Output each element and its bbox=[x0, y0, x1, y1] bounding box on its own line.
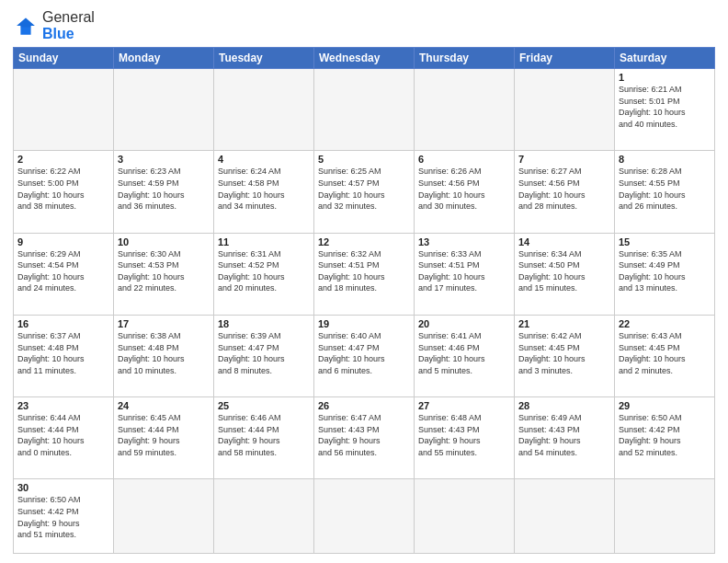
logo-text: General Blue bbox=[42, 9, 95, 41]
calendar-cell bbox=[515, 69, 615, 151]
day-info: Sunrise: 6:31 AM Sunset: 4:52 PM Dayligh… bbox=[218, 248, 310, 294]
day-info: Sunrise: 6:45 AM Sunset: 4:44 PM Dayligh… bbox=[118, 412, 210, 458]
day-number: 1 bbox=[619, 72, 711, 83]
calendar-week-2: 2Sunrise: 6:22 AM Sunset: 5:00 PM Daylig… bbox=[14, 151, 715, 233]
calendar-cell: 9Sunrise: 6:29 AM Sunset: 4:54 PM Daylig… bbox=[14, 233, 114, 315]
weekday-header-sunday: Sunday bbox=[14, 48, 114, 69]
day-info: Sunrise: 6:23 AM Sunset: 4:59 PM Dayligh… bbox=[118, 166, 210, 212]
day-info: Sunrise: 6:46 AM Sunset: 4:44 PM Dayligh… bbox=[218, 412, 310, 458]
calendar-cell bbox=[515, 479, 615, 554]
calendar-cell: 28Sunrise: 6:49 AM Sunset: 4:43 PM Dayli… bbox=[515, 397, 615, 479]
day-number: 28 bbox=[518, 400, 610, 411]
calendar-cell: 26Sunrise: 6:47 AM Sunset: 4:43 PM Dayli… bbox=[314, 397, 415, 479]
day-number: 7 bbox=[518, 154, 610, 165]
day-number: 21 bbox=[518, 318, 610, 329]
day-info: Sunrise: 6:26 AM Sunset: 4:56 PM Dayligh… bbox=[418, 166, 510, 212]
calendar-cell: 15Sunrise: 6:35 AM Sunset: 4:49 PM Dayli… bbox=[615, 233, 715, 315]
day-number: 29 bbox=[619, 400, 711, 411]
day-number: 19 bbox=[318, 318, 410, 329]
day-number: 4 bbox=[218, 154, 310, 165]
day-info: Sunrise: 6:25 AM Sunset: 4:57 PM Dayligh… bbox=[318, 166, 410, 212]
calendar-cell: 8Sunrise: 6:28 AM Sunset: 4:55 PM Daylig… bbox=[615, 151, 715, 233]
day-number: 23 bbox=[17, 400, 109, 411]
weekday-header-saturday: Saturday bbox=[615, 48, 715, 69]
calendar-week-6: 30Sunrise: 6:50 AM Sunset: 4:42 PM Dayli… bbox=[14, 479, 715, 554]
calendar-cell: 21Sunrise: 6:42 AM Sunset: 4:45 PM Dayli… bbox=[515, 315, 615, 396]
day-info: Sunrise: 6:49 AM Sunset: 4:43 PM Dayligh… bbox=[518, 412, 610, 458]
calendar-week-1: 1Sunrise: 6:21 AM Sunset: 5:01 PM Daylig… bbox=[14, 69, 715, 151]
day-info: Sunrise: 6:35 AM Sunset: 4:49 PM Dayligh… bbox=[619, 248, 711, 294]
day-number: 6 bbox=[418, 154, 510, 165]
day-info: Sunrise: 6:34 AM Sunset: 4:50 PM Dayligh… bbox=[518, 248, 610, 294]
day-info: Sunrise: 6:38 AM Sunset: 4:48 PM Dayligh… bbox=[118, 330, 210, 376]
weekday-header-tuesday: Tuesday bbox=[214, 48, 314, 69]
day-number: 12 bbox=[318, 236, 410, 247]
generalblue-icon bbox=[13, 13, 39, 39]
calendar-cell: 27Sunrise: 6:48 AM Sunset: 4:43 PM Dayli… bbox=[415, 397, 515, 479]
logo: General Blue bbox=[13, 9, 95, 41]
calendar-cell: 1Sunrise: 6:21 AM Sunset: 5:01 PM Daylig… bbox=[615, 69, 715, 151]
calendar-cell: 3Sunrise: 6:23 AM Sunset: 4:59 PM Daylig… bbox=[114, 151, 214, 233]
day-info: Sunrise: 6:50 AM Sunset: 4:42 PM Dayligh… bbox=[619, 412, 711, 458]
calendar-cell: 23Sunrise: 6:44 AM Sunset: 4:44 PM Dayli… bbox=[14, 397, 114, 479]
calendar-cell: 29Sunrise: 6:50 AM Sunset: 4:42 PM Dayli… bbox=[615, 397, 715, 479]
day-number: 15 bbox=[619, 236, 711, 247]
calendar-cell: 16Sunrise: 6:37 AM Sunset: 4:48 PM Dayli… bbox=[14, 315, 114, 396]
calendar-week-4: 16Sunrise: 6:37 AM Sunset: 4:48 PM Dayli… bbox=[14, 315, 715, 396]
day-info: Sunrise: 6:42 AM Sunset: 4:45 PM Dayligh… bbox=[518, 330, 610, 376]
day-info: Sunrise: 6:21 AM Sunset: 5:01 PM Dayligh… bbox=[619, 84, 711, 130]
day-number: 13 bbox=[418, 236, 510, 247]
day-info: Sunrise: 6:29 AM Sunset: 4:54 PM Dayligh… bbox=[17, 248, 109, 294]
calendar-cell bbox=[415, 479, 515, 554]
day-info: Sunrise: 6:41 AM Sunset: 4:46 PM Dayligh… bbox=[418, 330, 510, 376]
weekday-header-thursday: Thursday bbox=[415, 48, 515, 69]
day-number: 3 bbox=[118, 154, 210, 165]
calendar-cell: 19Sunrise: 6:40 AM Sunset: 4:47 PM Dayli… bbox=[314, 315, 415, 396]
calendar-cell bbox=[314, 69, 415, 151]
day-info: Sunrise: 6:28 AM Sunset: 4:55 PM Dayligh… bbox=[619, 166, 711, 212]
day-info: Sunrise: 6:47 AM Sunset: 4:43 PM Dayligh… bbox=[318, 412, 410, 458]
calendar-cell: 22Sunrise: 6:43 AM Sunset: 4:45 PM Dayli… bbox=[615, 315, 715, 396]
calendar-cell: 6Sunrise: 6:26 AM Sunset: 4:56 PM Daylig… bbox=[415, 151, 515, 233]
weekday-header-friday: Friday bbox=[515, 48, 615, 69]
calendar-cell: 12Sunrise: 6:32 AM Sunset: 4:51 PM Dayli… bbox=[314, 233, 415, 315]
day-info: Sunrise: 6:30 AM Sunset: 4:53 PM Dayligh… bbox=[118, 248, 210, 294]
calendar-cell: 4Sunrise: 6:24 AM Sunset: 4:58 PM Daylig… bbox=[214, 151, 314, 233]
calendar-table: SundayMondayTuesdayWednesdayThursdayFrid… bbox=[13, 47, 715, 554]
day-info: Sunrise: 6:43 AM Sunset: 4:45 PM Dayligh… bbox=[619, 330, 711, 376]
day-number: 11 bbox=[218, 236, 310, 247]
day-number: 10 bbox=[118, 236, 210, 247]
day-info: Sunrise: 6:33 AM Sunset: 4:51 PM Dayligh… bbox=[418, 248, 510, 294]
calendar-cell bbox=[214, 479, 314, 554]
day-number: 25 bbox=[218, 400, 310, 411]
day-number: 30 bbox=[17, 482, 109, 493]
day-number: 16 bbox=[17, 318, 109, 329]
header: General Blue bbox=[13, 9, 715, 41]
calendar-week-5: 23Sunrise: 6:44 AM Sunset: 4:44 PM Dayli… bbox=[14, 397, 715, 479]
day-number: 22 bbox=[619, 318, 711, 329]
calendar-cell bbox=[615, 479, 715, 554]
day-number: 20 bbox=[418, 318, 510, 329]
calendar-cell bbox=[214, 69, 314, 151]
calendar-cell: 20Sunrise: 6:41 AM Sunset: 4:46 PM Dayli… bbox=[415, 315, 515, 396]
weekday-header-monday: Monday bbox=[114, 48, 214, 69]
calendar-cell: 5Sunrise: 6:25 AM Sunset: 4:57 PM Daylig… bbox=[314, 151, 415, 233]
day-info: Sunrise: 6:37 AM Sunset: 4:48 PM Dayligh… bbox=[17, 330, 109, 376]
calendar-cell: 11Sunrise: 6:31 AM Sunset: 4:52 PM Dayli… bbox=[214, 233, 314, 315]
day-number: 24 bbox=[118, 400, 210, 411]
calendar-cell bbox=[314, 479, 415, 554]
day-info: Sunrise: 6:40 AM Sunset: 4:47 PM Dayligh… bbox=[318, 330, 410, 376]
day-info: Sunrise: 6:44 AM Sunset: 4:44 PM Dayligh… bbox=[17, 412, 109, 458]
calendar-cell bbox=[114, 479, 214, 554]
day-info: Sunrise: 6:39 AM Sunset: 4:47 PM Dayligh… bbox=[218, 330, 310, 376]
day-info: Sunrise: 6:48 AM Sunset: 4:43 PM Dayligh… bbox=[418, 412, 510, 458]
day-info: Sunrise: 6:22 AM Sunset: 5:00 PM Dayligh… bbox=[17, 166, 109, 212]
calendar-cell: 30Sunrise: 6:50 AM Sunset: 4:42 PM Dayli… bbox=[14, 479, 114, 554]
calendar-cell: 14Sunrise: 6:34 AM Sunset: 4:50 PM Dayli… bbox=[515, 233, 615, 315]
calendar-cell bbox=[14, 69, 114, 151]
day-info: Sunrise: 6:24 AM Sunset: 4:58 PM Dayligh… bbox=[218, 166, 310, 212]
day-number: 18 bbox=[218, 318, 310, 329]
calendar-cell: 17Sunrise: 6:38 AM Sunset: 4:48 PM Dayli… bbox=[114, 315, 214, 396]
day-number: 2 bbox=[17, 154, 109, 165]
day-info: Sunrise: 6:32 AM Sunset: 4:51 PM Dayligh… bbox=[318, 248, 410, 294]
